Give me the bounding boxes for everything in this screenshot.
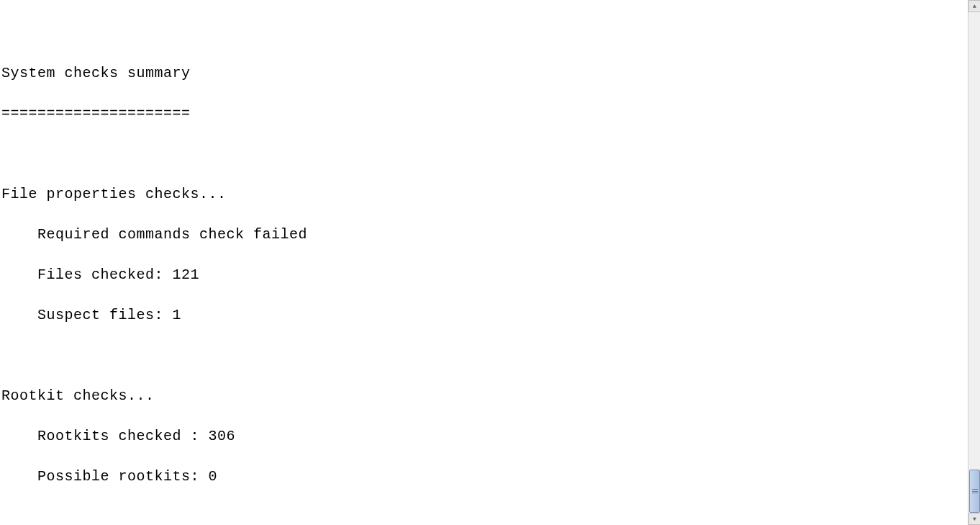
vertical-scrollbar[interactable]: ▲ ▼: [968, 0, 980, 525]
suspect-files-line: Suspect files: 1: [1, 305, 966, 326]
rootkit-header: Rootkit checks...: [1, 386, 966, 406]
blank-line: [1, 507, 966, 525]
summary-divider: =====================: [1, 104, 966, 124]
rootkits-checked-line: Rootkits checked : 306: [1, 426, 966, 447]
blank-line: [1, 144, 966, 164]
blank-line: [1, 23, 966, 43]
blank-line: [1, 346, 966, 366]
scroll-up-button[interactable]: ▲: [968, 0, 980, 12]
possible-rootkits-line: Possible rootkits: 0: [1, 467, 966, 487]
summary-title: System checks summary: [1, 63, 966, 84]
chevron-down-icon: ▼: [973, 516, 976, 522]
file-properties-header: File properties checks...: [1, 184, 966, 205]
scrollbar-thumb[interactable]: [969, 470, 980, 513]
required-commands-line: Required commands check failed: [1, 225, 966, 245]
chevron-up-icon: ▲: [973, 3, 976, 9]
scrollbar-track[interactable]: [968, 12, 980, 513]
scroll-down-button[interactable]: ▼: [968, 513, 980, 525]
files-checked-line: Files checked: 121: [1, 265, 966, 285]
terminal-output[interactable]: System checks summary ==================…: [0, 0, 967, 525]
